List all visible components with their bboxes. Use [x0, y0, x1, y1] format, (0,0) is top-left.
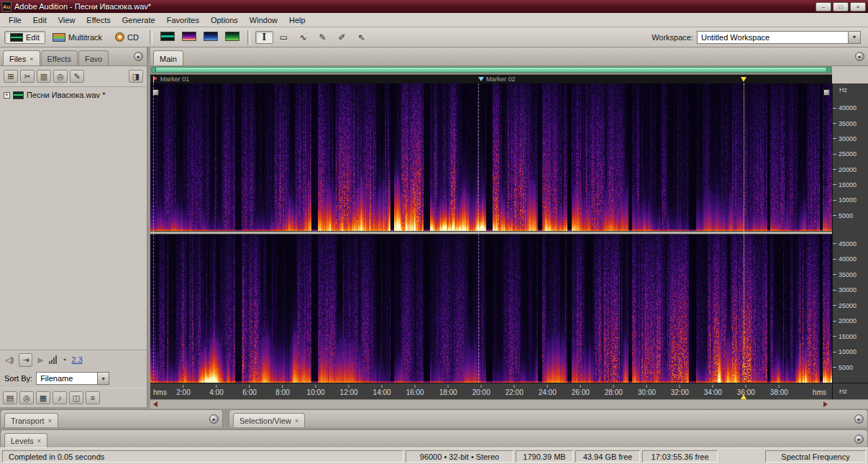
full-path-toggle-icon[interactable]: ≡	[86, 391, 100, 404]
tick-label: 8:00	[275, 388, 289, 396]
window-minimize-button[interactable]: –	[816, 2, 831, 12]
application-window: { "window": { "icon": "Au", "title": "Ad…	[0, 0, 868, 464]
show-loop-files-icon[interactable]: ◎	[19, 391, 34, 404]
preview-value[interactable]: 2.3	[71, 355, 82, 364]
tab-selection-view[interactable]: Selection/View ×	[233, 413, 305, 427]
cd-mode-button[interactable]: CD	[109, 30, 145, 44]
close-tab-icon[interactable]: ×	[295, 417, 298, 424]
show-options-icon[interactable]: ◨	[129, 70, 143, 83]
ruler-tick-mark	[833, 367, 836, 368]
tab-files[interactable]: Files×	[3, 50, 40, 65]
close-tab-icon[interactable]: ×	[29, 55, 33, 63]
time-selection-tool-button[interactable]: I	[255, 31, 273, 44]
preview-play-icon[interactable]: ▶	[37, 355, 43, 365]
menu-favorites[interactable]: Favorites	[161, 14, 205, 27]
tab-main[interactable]: Main	[153, 50, 183, 65]
multitrack-view-icon	[52, 33, 65, 42]
filter-files-icon[interactable]: ◫	[69, 391, 83, 404]
menu-options[interactable]: Options	[205, 14, 244, 27]
sort-by-dropdown[interactable]: Filename ▼	[36, 372, 109, 385]
tab-transport[interactable]: Transport ×	[4, 413, 58, 427]
timeline-ruler[interactable]: hms hms 2:004:006:008:0010:0012:0014:001…	[150, 383, 868, 399]
effects-paintbrush-tool-button[interactable]: ✎	[314, 31, 332, 44]
levels-panel-menu-icon[interactable]: ▸	[854, 435, 864, 444]
show-video-files-icon[interactable]: ▦	[36, 391, 50, 404]
file-list[interactable]: + Песни Ивасюка.wav *	[0, 87, 147, 350]
frequency-value: 15000	[839, 181, 856, 188]
playhead-marker-icon[interactable]	[741, 77, 746, 82]
status-disk-free: 43.94 GB free	[575, 450, 640, 463]
close-tab-icon[interactable]: ×	[48, 417, 52, 424]
files-panel-menu-icon[interactable]: ▸	[134, 52, 143, 61]
main-panel-menu-icon[interactable]: ▸	[855, 52, 864, 61]
marker-2[interactable]: Marker 02	[478, 75, 516, 83]
marquee-selection-tool-button[interactable]: ▭	[275, 31, 293, 44]
tick-label: 18:00	[439, 388, 457, 396]
spectral-frequency-display-icon	[182, 32, 196, 41]
menu-edit[interactable]: Edit	[27, 14, 52, 27]
multitrack-mode-button[interactable]: Multitrack	[47, 31, 108, 44]
sort-by-value: Filename	[40, 374, 73, 383]
workspace-dropdown[interactable]: Untitled Workspace ▼	[697, 31, 861, 44]
show-audio-files-icon[interactable]: ▤	[3, 391, 17, 404]
window-close-button[interactable]: ×	[850, 2, 866, 12]
menu-view[interactable]: View	[52, 14, 81, 27]
timeline-tick: 2:00	[176, 385, 190, 396]
spectral-phase-display-button[interactable]	[222, 29, 242, 45]
auto-play-button[interactable]: ⇥	[19, 353, 32, 367]
spectrogram-canvas[interactable]	[150, 83, 832, 383]
tab-levels[interactable]: Levels ×	[4, 433, 47, 447]
zoom-range-bar[interactable]	[151, 67, 831, 73]
preview-volume-icon[interactable]: ◁)	[5, 355, 14, 365]
frequency-ruler[interactable]: Hz 4000035000300002500020000150001000050…	[832, 83, 868, 383]
deselect-tool-button[interactable]: ⇖	[352, 31, 370, 44]
edit-mode-button[interactable]: Edit	[4, 31, 45, 44]
frequency-unit-label-bottom: Hz	[839, 388, 847, 395]
menu-effects[interactable]: Effects	[81, 14, 116, 27]
tick-mark	[382, 385, 383, 388]
show-midi-files-icon[interactable]: ♪	[52, 391, 67, 404]
menu-generate[interactable]: Generate	[117, 14, 161, 27]
window-maximize-button[interactable]: □	[833, 2, 849, 12]
spot-healing-brush-tool-button[interactable]: ✐	[333, 31, 351, 44]
zoom-range-track[interactable]	[150, 66, 832, 75]
spectral-display[interactable]	[150, 83, 832, 383]
window-title: Adobe Audition - Песни Ивасюка.wav*	[14, 2, 816, 11]
menu-file[interactable]: File	[3, 14, 27, 27]
insert-into-multitrack-icon[interactable]: ▥	[37, 70, 51, 83]
dropdown-arrow-icon[interactable]: ▼	[97, 373, 109, 384]
workspace-dropdown-arrow-icon[interactable]: ▼	[848, 32, 860, 43]
edit-file-icon[interactable]: ✎	[70, 70, 84, 83]
menu-window[interactable]: Window	[244, 14, 283, 27]
tick-mark	[415, 385, 416, 388]
transport-panel-menu-icon[interactable]: ▸	[209, 414, 219, 424]
preview-clock-icon[interactable]: ◔	[62, 355, 67, 364]
playhead-bottom-icon[interactable]	[741, 394, 746, 399]
selection-view-panel-menu-icon[interactable]: ▸	[854, 414, 864, 424]
tab-label: Effects	[47, 55, 71, 63]
expand-icon[interactable]: +	[4, 92, 10, 99]
scroll-right-icon[interactable]	[823, 401, 828, 407]
menu-help[interactable]: Help	[283, 14, 311, 27]
tick-mark	[183, 385, 184, 388]
close-tab-icon[interactable]: ×	[37, 437, 41, 445]
insert-into-cd-icon[interactable]: ◎	[53, 70, 68, 83]
lasso-selection-tool-button[interactable]: ∿	[294, 31, 312, 44]
scroll-left-icon[interactable]	[153, 401, 157, 407]
spectral-frequency-display-button[interactable]	[179, 29, 199, 45]
file-item[interactable]: + Песни Ивасюка.wav *	[1, 89, 145, 101]
tab-favo[interactable]: Favo	[78, 50, 109, 65]
workspace-selector: Workspace: Untitled Workspace ▼	[652, 31, 861, 44]
close-file-icon[interactable]: ✂	[20, 70, 35, 83]
frequency-label: 5000	[833, 212, 853, 219]
marker-1[interactable]: Marker 01	[153, 75, 190, 83]
tick-label: 26:00	[572, 388, 590, 396]
import-file-icon[interactable]: ⊞	[4, 70, 18, 83]
waveform-display-button[interactable]	[157, 29, 178, 45]
timeline-tick: 18:00	[439, 385, 457, 396]
tab-effects[interactable]: Effects	[41, 50, 78, 65]
ruler-tick-mark	[833, 123, 836, 124]
spectral-pan-display-button[interactable]	[201, 29, 221, 45]
marker-track[interactable]: Marker 01Marker 02	[150, 75, 832, 83]
file-name: Песни Ивасюка.wav *	[27, 91, 105, 99]
